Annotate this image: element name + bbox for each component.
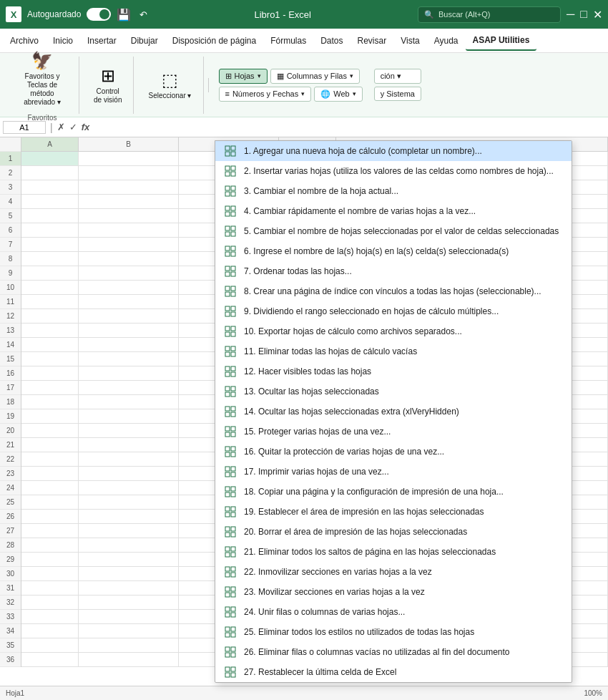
dropdown-item-16[interactable]: 16. Quitar la protección de varias hojas… [215, 442, 572, 462]
cell-B29[interactable] [79, 553, 179, 567]
cell-B15[interactable] [79, 352, 179, 366]
dropdown-item-21[interactable]: 21. Eliminar todos los saltos de página … [215, 542, 572, 562]
cell-B10[interactable] [79, 281, 179, 295]
menu-insertar[interactable]: Insertar [80, 31, 124, 50]
menu-archivo[interactable]: Archivo [3, 31, 46, 50]
cell-A24[interactable] [21, 481, 79, 495]
dropdown-item-25[interactable]: 25. Eliminar todos los estilos no utiliz… [215, 622, 572, 642]
cell-B31[interactable] [79, 581, 179, 596]
cell-B28[interactable] [79, 538, 179, 553]
cell-A34[interactable] [21, 624, 79, 638]
maximize-btn[interactable]: □ [580, 8, 587, 21]
favoritos-button[interactable]: 🦅 Favoritos y Teclas demétodo abreviado … [13, 48, 72, 110]
cell-B33[interactable] [79, 610, 179, 624]
cell-A19[interactable] [21, 409, 79, 424]
accion-dropdown-btn[interactable]: ción ▾ [374, 69, 421, 84]
formula-input[interactable] [92, 122, 605, 133]
dropdown-item-15[interactable]: 15. Proteger varias hojas de una vez... [215, 422, 572, 442]
cell-B1[interactable] [79, 152, 179, 166]
cell-B23[interactable] [79, 467, 179, 481]
dropdown-item-24[interactable]: 24. Unir filas o columnas de varias hoja… [215, 602, 572, 622]
dropdown-item-14[interactable]: 14. Ocultar las hojas seleccionadas extr… [215, 402, 572, 422]
cell-B26[interactable] [79, 510, 179, 524]
dropdown-item-11[interactable]: 11. Eliminar todas las hojas de cálculo … [215, 341, 572, 361]
cell-B8[interactable] [79, 252, 179, 266]
sistema-dropdown-btn[interactable]: y Sistema [374, 87, 421, 101]
cell-B11[interactable] [79, 295, 179, 309]
cell-A6[interactable] [21, 223, 79, 238]
cell-A35[interactable] [21, 638, 79, 653]
cell-A36[interactable] [21, 653, 79, 667]
cell-B7[interactable] [79, 238, 179, 252]
cell-A17[interactable] [21, 381, 79, 395]
menu-revisar[interactable]: Revisar [350, 31, 394, 50]
cell-A22[interactable] [21, 452, 79, 467]
cell-A31[interactable] [21, 581, 79, 596]
cell-A32[interactable] [21, 596, 79, 610]
save-icon[interactable]: 💾 [117, 8, 131, 21]
cell-B13[interactable] [79, 324, 179, 338]
confirm-formula-icon[interactable]: ✓ [69, 122, 77, 132]
cell-A28[interactable] [21, 538, 79, 553]
cell-B5[interactable] [79, 209, 179, 223]
seleccionar-button[interactable]: ⬚ Seleccionar ▾ [144, 67, 195, 103]
dropdown-item-20[interactable]: 20. Borrar el área de impresión de las h… [215, 522, 572, 542]
menu-inicio[interactable]: Inicio [46, 31, 80, 50]
menu-disposicion[interactable]: Disposición de página [165, 31, 263, 50]
cell-A1[interactable] [21, 152, 79, 166]
cell-B4[interactable] [79, 195, 179, 209]
cell-A23[interactable] [21, 467, 79, 481]
cell-B20[interactable] [79, 424, 179, 438]
cell-A25[interactable] [21, 495, 79, 510]
control-button[interactable]: ⊞ Controlde visión [89, 63, 126, 107]
cell-A21[interactable] [21, 438, 79, 452]
menu-datos[interactable]: Datos [313, 31, 350, 50]
cell-B9[interactable] [79, 266, 179, 281]
dropdown-item-8[interactable]: 8. Crear una página de índice con víncul… [215, 281, 572, 301]
cell-A13[interactable] [21, 324, 79, 338]
cell-reference[interactable] [3, 121, 46, 134]
web-dropdown-btn[interactable]: 🌐 Web ▾ [314, 87, 362, 102]
cell-B17[interactable] [79, 381, 179, 395]
menu-dibujar[interactable]: Dibujar [124, 31, 165, 50]
cell-B18[interactable] [79, 395, 179, 409]
cell-B32[interactable] [79, 596, 179, 610]
dropdown-item-3[interactable]: 3. Cambiar el nombre de la hoja actual..… [215, 181, 572, 201]
close-btn[interactable]: ✕ [593, 8, 602, 21]
cell-B34[interactable] [79, 624, 179, 638]
cell-B27[interactable] [79, 524, 179, 538]
cell-B22[interactable] [79, 452, 179, 467]
dropdown-item-9[interactable]: 9. Dividiendo el rango seleccionado en h… [215, 301, 572, 321]
cell-A8[interactable] [21, 252, 79, 266]
insert-function-icon[interactable]: fx [82, 122, 90, 132]
search-bar[interactable]: 🔍 Buscar (Alt+Q) [418, 6, 561, 23]
dropdown-item-5[interactable]: 5. Cambiar el nombre de hojas selecciona… [215, 221, 572, 241]
dropdown-item-19[interactable]: 19. Establecer el área de impresión en l… [215, 502, 572, 522]
hojas-dropdown-btn[interactable]: ⊞ Hojas ▾ [219, 69, 268, 84]
cell-A29[interactable] [21, 553, 79, 567]
cell-B14[interactable] [79, 338, 179, 352]
dropdown-item-4[interactable]: 4. Cambiar rápidamente el nombre de vari… [215, 201, 572, 221]
cell-A9[interactable] [21, 266, 79, 281]
cell-B3[interactable] [79, 180, 179, 195]
cell-A18[interactable] [21, 395, 79, 409]
cell-B24[interactable] [79, 481, 179, 495]
dropdown-item-13[interactable]: 13. Ocultar las hojas seleccionadas [215, 381, 572, 402]
cell-A30[interactable] [21, 567, 79, 581]
cell-A14[interactable] [21, 338, 79, 352]
dropdown-item-10[interactable]: 10. Exportar hojas de cálculo como archi… [215, 321, 572, 341]
cell-B30[interactable] [79, 567, 179, 581]
dropdown-item-22[interactable]: 22. Inmovilizar secciones en varias hoja… [215, 562, 572, 582]
dropdown-item-6[interactable]: 6. Ingrese el nombre de la(s) hoja(s) en… [215, 241, 572, 261]
cell-A16[interactable] [21, 366, 79, 381]
cell-A2[interactable] [21, 166, 79, 180]
cell-B2[interactable] [79, 166, 179, 180]
cell-B36[interactable] [79, 653, 179, 667]
cell-A4[interactable] [21, 195, 79, 209]
cancel-formula-icon[interactable]: ✗ [57, 122, 65, 132]
dropdown-item-23[interactable]: 23. Movilizar secciones en varias hojas … [215, 582, 572, 602]
columnas-filas-dropdown-btn[interactable]: ▦ Columnas y Filas ▾ [270, 69, 360, 84]
cell-A7[interactable] [21, 238, 79, 252]
dropdown-item-27[interactable]: 27. Restablecer la última celda de Excel [215, 662, 572, 682]
cell-A33[interactable] [21, 610, 79, 624]
